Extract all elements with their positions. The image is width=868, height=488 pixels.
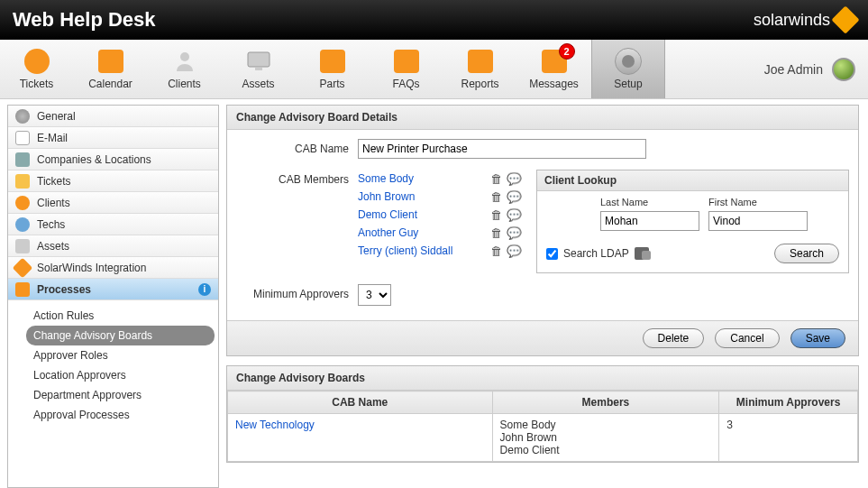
solarwinds-icon <box>13 257 33 278</box>
tab-assets[interactable]: Assets <box>222 40 296 98</box>
sublink-approver-roles[interactable]: Approver Roles <box>26 345 215 365</box>
min-approvers-select[interactable]: 3 <box>358 284 391 306</box>
sidebar-label-assets: Assets <box>37 240 69 253</box>
sidebar-label-email: E-Mail <box>37 132 68 144</box>
sidebar-label-general: General <box>37 110 76 123</box>
first-name-input[interactable] <box>708 211 808 231</box>
trash-icon[interactable]: 🗑 <box>489 172 502 185</box>
user-name: Joe Admin <box>764 62 823 77</box>
member-link[interactable]: Another Guy <box>358 226 484 239</box>
cab-details-panel: Change Advisory Board Details CAB Name C… <box>226 105 859 356</box>
client-icon <box>15 196 30 210</box>
tab-faqs-label: FAQs <box>392 78 419 90</box>
details-action-bar: Delete Cancel Save <box>227 320 858 355</box>
cab-row-min: 3 <box>719 414 858 462</box>
sidebar-item-clients[interactable]: Clients <box>8 192 218 214</box>
inbox-icon: 2 <box>541 49 568 74</box>
calendar-icon <box>97 49 124 74</box>
chat-icon[interactable]: 💬 <box>507 190 520 203</box>
sublink-action-rules[interactable]: Action Rules <box>26 306 215 326</box>
member-list: Some Body 🗑 💬 John Brown 🗑 💬 <box>358 170 520 273</box>
svg-point-0 <box>180 52 189 61</box>
cab-members-label: CAB Members <box>236 170 358 186</box>
save-button[interactable]: Save <box>790 328 845 348</box>
sidebar-item-solarwinds[interactable]: SolarWinds Integration <box>8 257 218 279</box>
sidebar-item-assets[interactable]: Assets <box>8 235 218 257</box>
cancel-button[interactable]: Cancel <box>715 328 779 348</box>
sidebar-item-processes[interactable]: Processes i <box>8 279 218 300</box>
info-icon: i <box>198 283 211 296</box>
tab-messages-label: Messages <box>529 78 579 90</box>
sidebar-item-companies[interactable]: Companies & Locations <box>8 149 218 170</box>
cab-name-input[interactable] <box>358 139 646 159</box>
cab-row-member: John Brown <box>500 431 712 444</box>
cab-details-title: Change Advisory Board Details <box>227 106 858 130</box>
trash-icon[interactable]: 🗑 <box>489 226 502 239</box>
cab-name-label: CAB Name <box>236 139 358 155</box>
last-name-input[interactable] <box>600 211 699 231</box>
cab-row-name-link[interactable]: New Technology <box>235 419 315 431</box>
sidebar-label-processes: Processes <box>37 283 91 296</box>
tab-faqs[interactable]: FAQs <box>370 40 443 98</box>
tab-parts[interactable]: Parts <box>296 40 370 98</box>
sidebar-item-general[interactable]: General <box>8 106 218 127</box>
chart-icon <box>467 49 494 74</box>
sublink-change-advisory-boards[interactable]: Change Advisory Boards <box>26 326 215 345</box>
app-header: Web Help Desk solarwinds <box>0 0 868 40</box>
delete-button[interactable]: Delete <box>643 328 705 348</box>
search-button[interactable]: Search <box>774 244 839 263</box>
parts-icon <box>319 49 346 74</box>
search-ldap-label: Search LDAP <box>563 247 629 260</box>
app-title: Web Help Desk <box>13 8 156 32</box>
sidebar-item-techs[interactable]: Techs <box>8 214 218 235</box>
processes-submenu: Action Rules Change Advisory Boards Appr… <box>8 300 218 430</box>
tab-assets-label: Assets <box>242 78 274 90</box>
tab-parts-label: Parts <box>319 78 344 90</box>
trash-icon[interactable]: 🗑 <box>489 190 502 203</box>
trash-icon[interactable]: 🗑 <box>489 244 502 257</box>
tab-calendar-label: Calendar <box>88 78 132 90</box>
sidebar-item-tickets[interactable]: Tickets <box>8 170 218 192</box>
member-link[interactable]: Terry (client) Siddall <box>358 244 484 257</box>
row-min-approvers: Minimum Approvers 3 <box>236 279 849 311</box>
row-cab-members: CAB Members Some Body 🗑 💬 John Brown <box>236 164 849 279</box>
compass-icon[interactable] <box>832 58 855 81</box>
brand-logo-icon <box>831 5 859 33</box>
setup-sidebar: General E-Mail Companies & Locations Tic… <box>7 105 219 488</box>
gear-icon <box>615 49 642 74</box>
sublink-location-approvers[interactable]: Location Approvers <box>26 365 215 385</box>
tab-clients[interactable]: Clients <box>148 40 222 98</box>
messages-badge: 2 <box>559 43 575 60</box>
tab-calendar[interactable]: Calendar <box>74 40 148 98</box>
sidebar-label-solarwinds: SolarWinds Integration <box>37 262 146 274</box>
asset-icon <box>15 239 30 253</box>
cab-row-member: Some Body <box>500 419 712 431</box>
sidebar-item-email[interactable]: E-Mail <box>8 127 218 149</box>
member-row: Another Guy 🗑 💬 <box>358 224 520 242</box>
brand-block: solarwinds <box>754 10 855 30</box>
sidebar-label-tickets: Tickets <box>37 175 71 188</box>
tech-icon <box>15 217 30 232</box>
member-link[interactable]: Demo Client <box>358 208 484 221</box>
process-icon <box>15 282 30 297</box>
search-ldap-checkbox[interactable] <box>546 248 558 260</box>
chat-icon[interactable]: 💬 <box>507 226 520 239</box>
tab-clients-label: Clients <box>168 78 201 90</box>
tab-setup[interactable]: Setup <box>591 40 665 98</box>
client-lookup-panel: Client Lookup Last Name First Name <box>536 170 849 273</box>
table-row[interactable]: New Technology Some Body John Brown Demo… <box>228 414 858 462</box>
sublink-department-approvers[interactable]: Department Approvers <box>26 385 215 405</box>
member-link[interactable]: John Brown <box>358 190 484 203</box>
sublink-approval-processes[interactable]: Approval Processes <box>26 405 215 425</box>
trash-icon[interactable]: 🗑 <box>489 208 502 221</box>
chat-icon[interactable]: 💬 <box>507 172 520 185</box>
row-cab-name: CAB Name <box>236 134 849 164</box>
col-cab-name: CAB Name <box>228 391 493 414</box>
tab-tickets[interactable]: Tickets <box>0 40 74 98</box>
member-link[interactable]: Some Body <box>358 172 484 185</box>
tab-messages[interactable]: 2 Messages <box>517 40 591 98</box>
tab-reports[interactable]: Reports <box>443 40 517 98</box>
chat-icon[interactable]: 💬 <box>507 244 520 257</box>
member-row: Some Body 🗑 💬 <box>358 170 520 188</box>
chat-icon[interactable]: 💬 <box>507 208 520 221</box>
